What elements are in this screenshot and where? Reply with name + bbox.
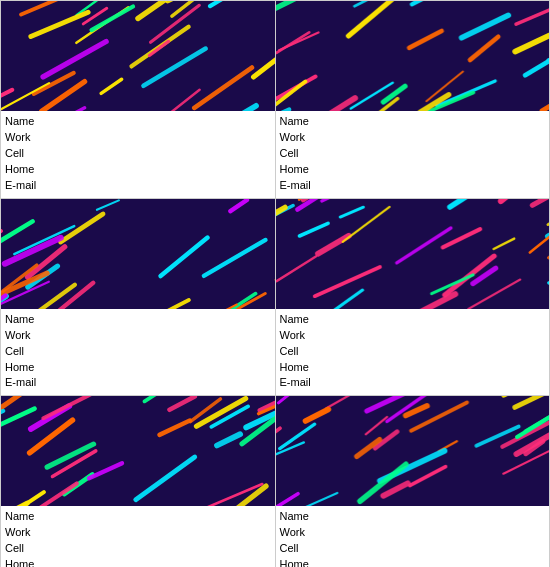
email-label: E-mail <box>280 375 546 391</box>
card-info-3: NameWorkCellHomeE-mail <box>1 309 275 396</box>
name-label: Name <box>5 312 271 328</box>
cell-label: Cell <box>280 344 546 360</box>
work-label: Work <box>280 328 546 344</box>
card-image-3 <box>1 199 275 309</box>
name-label: Name <box>280 312 546 328</box>
card-4: NameWorkCellHomeE-mail <box>276 199 551 397</box>
card-2: NameWorkCellHomeE-mail <box>276 1 551 199</box>
cell-label: Cell <box>5 344 271 360</box>
home-label: Home <box>280 557 546 567</box>
email-label: E-mail <box>280 178 546 194</box>
work-label: Work <box>5 525 271 541</box>
card-info-6: NameWorkCellHomeE-mail <box>276 506 550 567</box>
name-label: Name <box>280 509 546 525</box>
email-label: E-mail <box>5 178 271 194</box>
cell-label: Cell <box>280 146 546 162</box>
card-info-2: NameWorkCellHomeE-mail <box>276 111 550 198</box>
email-label: E-mail <box>5 375 271 391</box>
card-3: NameWorkCellHomeE-mail <box>1 199 276 397</box>
card-image-1 <box>1 1 275 111</box>
cell-label: Cell <box>5 541 271 557</box>
card-1: NameWorkCellHomeE-mail <box>1 1 276 199</box>
card-info-4: NameWorkCellHomeE-mail <box>276 309 550 396</box>
card-image-2 <box>276 1 550 111</box>
card-grid: NameWorkCellHomeE-mailNameWorkCellHomeE-… <box>0 0 550 567</box>
card-image-4 <box>276 199 550 309</box>
card-5: NameWorkCellHomeE-mail <box>1 396 276 567</box>
card-image-6 <box>276 396 550 506</box>
card-info-5: NameWorkCellHomeE-mail <box>1 506 275 567</box>
home-label: Home <box>280 360 546 376</box>
name-label: Name <box>5 114 271 130</box>
home-label: Home <box>280 162 546 178</box>
work-label: Work <box>280 130 546 146</box>
cell-label: Cell <box>280 541 546 557</box>
work-label: Work <box>5 130 271 146</box>
home-label: Home <box>5 162 271 178</box>
card-info-1: NameWorkCellHomeE-mail <box>1 111 275 198</box>
name-label: Name <box>5 509 271 525</box>
cell-label: Cell <box>5 146 271 162</box>
work-label: Work <box>280 525 546 541</box>
home-label: Home <box>5 360 271 376</box>
card-image-5 <box>1 396 275 506</box>
name-label: Name <box>280 114 546 130</box>
home-label: Home <box>5 557 271 567</box>
work-label: Work <box>5 328 271 344</box>
card-6: NameWorkCellHomeE-mail <box>276 396 551 567</box>
